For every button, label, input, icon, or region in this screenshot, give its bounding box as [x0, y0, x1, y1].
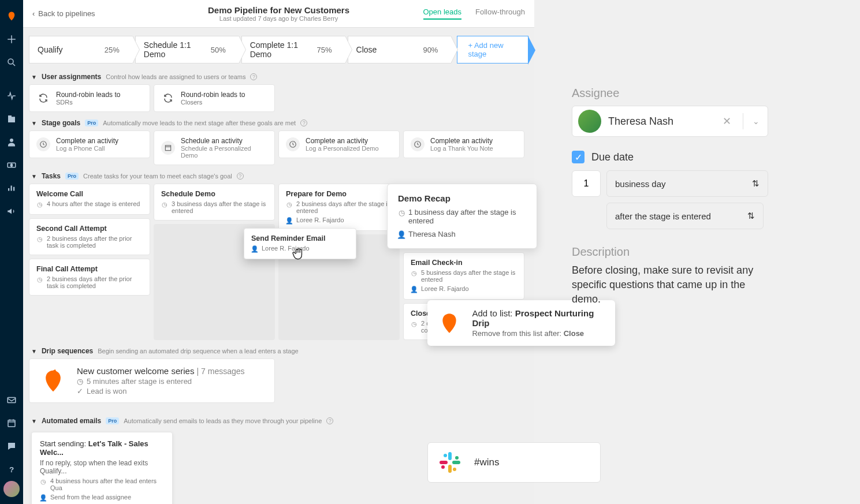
people-icon[interactable] [3, 134, 20, 150]
clock-icon: ◷ [398, 208, 405, 217]
money-icon[interactable]: $ [3, 157, 20, 173]
user-avatar[interactable] [3, 481, 20, 497]
search-icon[interactable] [3, 54, 20, 70]
pipeline-subtitle: Last updated 7 days ago by Charles Berry [208, 15, 349, 22]
updown-icon: ⇅ [747, 211, 755, 221]
task-card-second-call[interactable]: Second Call Attempt ◷2 business days aft… [29, 218, 150, 255]
nutshell-logo-icon [39, 367, 68, 395]
svg-rect-13 [440, 461, 448, 464]
assignee-label: Assignee [572, 87, 768, 100]
refresh-icon [161, 91, 175, 105]
clock-icon: ◷ [36, 236, 43, 243]
stage-complete-demo[interactable]: Complete 1:1 Demo75% [241, 36, 345, 64]
assignee-avatar [578, 110, 601, 133]
assignee-select[interactable]: Theresa Nash ✕ ⌄ [572, 106, 768, 137]
clock-icon: ◷ [411, 320, 418, 328]
pipeline-title: Demo Pipeline for New Customers [208, 5, 349, 15]
broadcast-icon[interactable] [3, 203, 20, 219]
pro-badge: Pro [85, 120, 98, 126]
help-icon[interactable]: ? [326, 417, 333, 424]
pro-badge: Pro [65, 173, 79, 180]
help-icon[interactable]: ? [3, 461, 20, 477]
section-desc: Create tasks for your team to meet each … [83, 173, 232, 180]
reports-icon[interactable] [3, 180, 20, 196]
calendar-icon [161, 141, 175, 155]
assignee-name: Theresa Nash [608, 115, 711, 128]
slack-channel: #wins [474, 457, 499, 468]
section-desc: Begin sending an automated drip sequence… [98, 348, 298, 354]
svg-point-0 [8, 59, 13, 64]
task-card-final-call[interactable]: Final Call Attempt ◷2 business days afte… [29, 259, 150, 296]
task-card-schedule-demo[interactable]: Schedule Demo ◷3 business days after the… [154, 184, 275, 221]
clock-icon: ◷ [36, 276, 43, 283]
stage-qualify[interactable]: Qualify25% [29, 36, 133, 64]
back-link[interactable]: ‹ Back to pipelines [32, 9, 95, 18]
due-date-checkbox[interactable]: ✓ [572, 151, 584, 163]
add-stage-button[interactable]: + Add new stage [457, 36, 528, 64]
clock-icon [411, 137, 425, 151]
section-auto-emails[interactable]: ▼ Automated emails Pro Automatically sen… [23, 413, 534, 428]
rr-card-sdrs[interactable]: Round-robin leads toSDRs [29, 84, 150, 112]
page-header: ‹ Back to pipelines Demo Pipeline for Ne… [23, 0, 534, 28]
slack-card[interactable]: #wins [427, 442, 601, 483]
chevron-down-icon: ▼ [31, 120, 37, 126]
person-icon: 👤 [251, 245, 258, 253]
add-icon[interactable] [3, 31, 20, 47]
chevron-down-icon[interactable]: ⌄ [750, 117, 762, 126]
chevron-left-icon: ‹ [32, 9, 35, 18]
drip-card-welcome-series[interactable]: New customer welcome series | 7 messages… [29, 359, 275, 403]
section-stage-goals[interactable]: ▼ Stage goals Pro Automatically move lea… [23, 115, 534, 130]
auto-email-card[interactable]: Start sending: Let's Talk - Sales Welc..… [31, 432, 173, 504]
section-title: Stage goals [42, 119, 80, 127]
task-card-prepare-demo[interactable]: Prepare for Demo ◷2 business days after … [278, 184, 400, 231]
activity-icon[interactable] [3, 88, 20, 104]
tab-open-leads[interactable]: Open leads [423, 8, 462, 20]
goal-card[interactable]: Complete an activityLog a Thank You Note [403, 130, 524, 158]
clock-icon: ◷ [36, 201, 43, 208]
due-number-input[interactable] [572, 170, 601, 197]
help-icon[interactable]: ? [237, 173, 244, 180]
help-icon[interactable]: ? [250, 73, 257, 80]
back-label: Back to pipelines [38, 9, 95, 18]
description-text[interactable]: Before closing, make sure to revisit any… [572, 263, 768, 307]
check-icon: ✓ [77, 387, 83, 395]
section-user-assignments[interactable]: ▼ User assignments Control how leads are… [23, 69, 534, 84]
svg-point-16 [453, 468, 456, 471]
person-icon: 👤 [286, 217, 293, 225]
company-icon[interactable] [3, 111, 20, 127]
task-card-demo-recap[interactable]: Demo Recap ◷1 business day after the sta… [387, 184, 537, 249]
section-tasks[interactable]: ▼ Tasks Pro Create tasks for your team t… [23, 169, 534, 184]
mail-icon[interactable] [3, 392, 20, 408]
task-card-email-checkin[interactable]: Email Check-in ◷5 business days after th… [403, 252, 524, 300]
section-desc: Automatically move leads to the next sta… [103, 120, 296, 126]
svg-point-17 [441, 465, 445, 469]
chat-icon[interactable] [3, 438, 20, 454]
updown-icon: ⇅ [752, 178, 760, 189]
rr-card-closers[interactable]: Round-robin leads toClosers [154, 84, 275, 112]
nutshell-logo-icon [437, 310, 461, 337]
chevron-down-icon: ▼ [31, 348, 37, 354]
help-icon[interactable]: ? [300, 120, 307, 126]
brand-logo-icon[interactable] [3, 8, 20, 24]
person-icon: 👤 [398, 230, 405, 239]
due-trigger-select[interactable]: after the stage is entered⇅ [606, 203, 764, 229]
slack-logo-icon [438, 451, 461, 474]
stage-schedule-demo[interactable]: Schedule 1:1 Demo50% [135, 36, 239, 64]
tab-follow-through[interactable]: Follow-through [475, 8, 525, 20]
section-desc: Automatically send emails to leads as th… [124, 417, 322, 424]
stage-close[interactable]: Close90% [348, 36, 452, 64]
due-date-label: Due date [591, 151, 634, 163]
clear-assignee-button[interactable]: ✕ [718, 115, 736, 128]
svg-point-15 [455, 456, 459, 460]
calendar-icon[interactable] [3, 415, 20, 431]
due-unit-select[interactable]: business day⇅ [606, 170, 768, 197]
goal-card[interactable]: Complete an activityLog a Phone Call [29, 130, 150, 158]
task-card-welcome[interactable]: Welcome Call ◷4 hours after the stage is… [29, 184, 150, 215]
goal-card[interactable]: Schedule an activitySchedule a Personali… [154, 130, 275, 165]
svg-rect-7 [165, 145, 170, 151]
description-label: Description [572, 245, 768, 259]
goal-card[interactable]: Complete an activityLog a Personalized D… [278, 130, 400, 158]
section-desc: Control how leads are assigned to users … [106, 73, 245, 80]
main-content: ‹ Back to pipelines Demo Pipeline for Ne… [23, 0, 534, 504]
svg-point-14 [444, 454, 447, 457]
